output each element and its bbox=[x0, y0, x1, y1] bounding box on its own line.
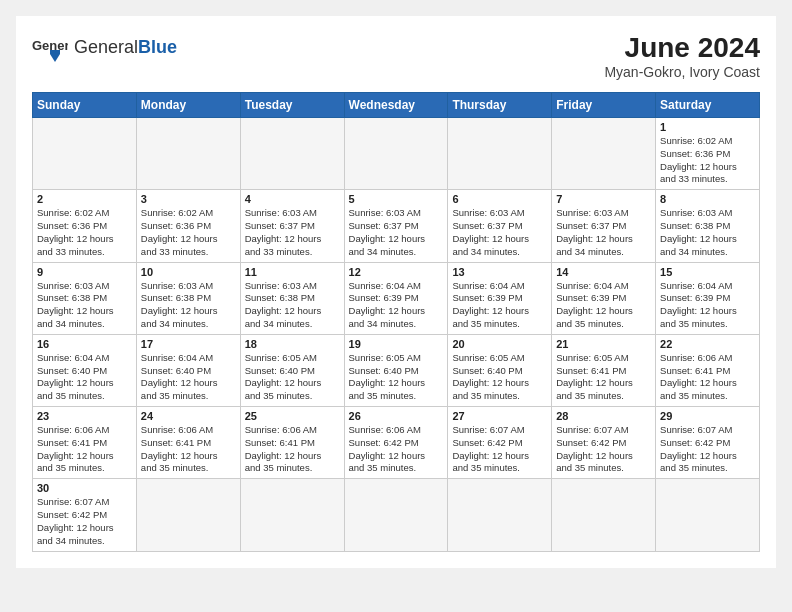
day-number: 23 bbox=[37, 410, 132, 422]
table-row: 28Sunrise: 6:07 AMSunset: 6:42 PMDayligh… bbox=[552, 407, 656, 479]
header: General GeneralBlue June 2024 Myan-Gokro… bbox=[32, 32, 760, 80]
table-row: 12Sunrise: 6:04 AMSunset: 6:39 PMDayligh… bbox=[344, 262, 448, 334]
table-row: 15Sunrise: 6:04 AMSunset: 6:39 PMDayligh… bbox=[656, 262, 760, 334]
calendar-week-row: 2Sunrise: 6:02 AMSunset: 6:36 PMDaylight… bbox=[33, 190, 760, 262]
calendar-title: June 2024 bbox=[604, 32, 760, 64]
table-row bbox=[33, 118, 137, 190]
day-info: Sunrise: 6:04 AMSunset: 6:39 PMDaylight:… bbox=[349, 280, 444, 331]
day-number: 18 bbox=[245, 338, 340, 350]
day-info: Sunrise: 6:02 AMSunset: 6:36 PMDaylight:… bbox=[37, 207, 132, 258]
day-number: 15 bbox=[660, 266, 755, 278]
day-info: Sunrise: 6:07 AMSunset: 6:42 PMDaylight:… bbox=[660, 424, 755, 475]
col-thursday: Thursday bbox=[448, 93, 552, 118]
calendar-week-row: 1Sunrise: 6:02 AMSunset: 6:36 PMDaylight… bbox=[33, 118, 760, 190]
day-number: 28 bbox=[556, 410, 651, 422]
table-row bbox=[552, 479, 656, 551]
day-info: Sunrise: 6:05 AMSunset: 6:40 PMDaylight:… bbox=[452, 352, 547, 403]
day-number: 3 bbox=[141, 193, 236, 205]
table-row: 25Sunrise: 6:06 AMSunset: 6:41 PMDayligh… bbox=[240, 407, 344, 479]
day-info: Sunrise: 6:07 AMSunset: 6:42 PMDaylight:… bbox=[556, 424, 651, 475]
day-number: 6 bbox=[452, 193, 547, 205]
day-number: 8 bbox=[660, 193, 755, 205]
day-info: Sunrise: 6:06 AMSunset: 6:41 PMDaylight:… bbox=[660, 352, 755, 403]
table-row: 5Sunrise: 6:03 AMSunset: 6:37 PMDaylight… bbox=[344, 190, 448, 262]
day-number: 11 bbox=[245, 266, 340, 278]
day-number: 24 bbox=[141, 410, 236, 422]
day-info: Sunrise: 6:05 AMSunset: 6:40 PMDaylight:… bbox=[245, 352, 340, 403]
logo-icon: General bbox=[32, 32, 68, 62]
day-number: 20 bbox=[452, 338, 547, 350]
table-row bbox=[344, 479, 448, 551]
day-number: 17 bbox=[141, 338, 236, 350]
table-row: 19Sunrise: 6:05 AMSunset: 6:40 PMDayligh… bbox=[344, 334, 448, 406]
col-sunday: Sunday bbox=[33, 93, 137, 118]
col-monday: Monday bbox=[136, 93, 240, 118]
table-row: 20Sunrise: 6:05 AMSunset: 6:40 PMDayligh… bbox=[448, 334, 552, 406]
day-info: Sunrise: 6:03 AMSunset: 6:37 PMDaylight:… bbox=[245, 207, 340, 258]
table-row: 30Sunrise: 6:07 AMSunset: 6:42 PMDayligh… bbox=[33, 479, 137, 551]
day-info: Sunrise: 6:04 AMSunset: 6:40 PMDaylight:… bbox=[141, 352, 236, 403]
day-number: 27 bbox=[452, 410, 547, 422]
day-info: Sunrise: 6:03 AMSunset: 6:37 PMDaylight:… bbox=[452, 207, 547, 258]
table-row bbox=[552, 118, 656, 190]
day-number: 12 bbox=[349, 266, 444, 278]
day-number: 5 bbox=[349, 193, 444, 205]
table-row bbox=[344, 118, 448, 190]
table-row: 13Sunrise: 6:04 AMSunset: 6:39 PMDayligh… bbox=[448, 262, 552, 334]
day-number: 30 bbox=[37, 482, 132, 494]
logo-general: General bbox=[74, 37, 138, 57]
table-row: 17Sunrise: 6:04 AMSunset: 6:40 PMDayligh… bbox=[136, 334, 240, 406]
day-number: 7 bbox=[556, 193, 651, 205]
day-info: Sunrise: 6:05 AMSunset: 6:41 PMDaylight:… bbox=[556, 352, 651, 403]
table-row: 9Sunrise: 6:03 AMSunset: 6:38 PMDaylight… bbox=[33, 262, 137, 334]
calendar-table: Sunday Monday Tuesday Wednesday Thursday… bbox=[32, 92, 760, 552]
day-info: Sunrise: 6:04 AMSunset: 6:39 PMDaylight:… bbox=[660, 280, 755, 331]
day-info: Sunrise: 6:07 AMSunset: 6:42 PMDaylight:… bbox=[37, 496, 132, 547]
table-row bbox=[656, 479, 760, 551]
day-number: 19 bbox=[349, 338, 444, 350]
day-info: Sunrise: 6:04 AMSunset: 6:39 PMDaylight:… bbox=[452, 280, 547, 331]
calendar-week-row: 30Sunrise: 6:07 AMSunset: 6:42 PMDayligh… bbox=[33, 479, 760, 551]
title-block: June 2024 Myan-Gokro, Ivory Coast bbox=[604, 32, 760, 80]
calendar-week-row: 23Sunrise: 6:06 AMSunset: 6:41 PMDayligh… bbox=[33, 407, 760, 479]
day-info: Sunrise: 6:06 AMSunset: 6:42 PMDaylight:… bbox=[349, 424, 444, 475]
table-row: 18Sunrise: 6:05 AMSunset: 6:40 PMDayligh… bbox=[240, 334, 344, 406]
table-row: 21Sunrise: 6:05 AMSunset: 6:41 PMDayligh… bbox=[552, 334, 656, 406]
day-info: Sunrise: 6:07 AMSunset: 6:42 PMDaylight:… bbox=[452, 424, 547, 475]
day-info: Sunrise: 6:02 AMSunset: 6:36 PMDaylight:… bbox=[141, 207, 236, 258]
day-number: 25 bbox=[245, 410, 340, 422]
day-info: Sunrise: 6:06 AMSunset: 6:41 PMDaylight:… bbox=[141, 424, 236, 475]
day-info: Sunrise: 6:02 AMSunset: 6:36 PMDaylight:… bbox=[660, 135, 755, 186]
table-row: 22Sunrise: 6:06 AMSunset: 6:41 PMDayligh… bbox=[656, 334, 760, 406]
day-number: 4 bbox=[245, 193, 340, 205]
table-row: 4Sunrise: 6:03 AMSunset: 6:37 PMDaylight… bbox=[240, 190, 344, 262]
day-number: 14 bbox=[556, 266, 651, 278]
day-info: Sunrise: 6:03 AMSunset: 6:37 PMDaylight:… bbox=[556, 207, 651, 258]
table-row: 7Sunrise: 6:03 AMSunset: 6:37 PMDaylight… bbox=[552, 190, 656, 262]
calendar-week-row: 9Sunrise: 6:03 AMSunset: 6:38 PMDaylight… bbox=[33, 262, 760, 334]
day-info: Sunrise: 6:06 AMSunset: 6:41 PMDaylight:… bbox=[37, 424, 132, 475]
table-row bbox=[136, 479, 240, 551]
table-row: 14Sunrise: 6:04 AMSunset: 6:39 PMDayligh… bbox=[552, 262, 656, 334]
calendar-subtitle: Myan-Gokro, Ivory Coast bbox=[604, 64, 760, 80]
table-row: 27Sunrise: 6:07 AMSunset: 6:42 PMDayligh… bbox=[448, 407, 552, 479]
calendar-page: General GeneralBlue June 2024 Myan-Gokro… bbox=[16, 16, 776, 568]
table-row: 24Sunrise: 6:06 AMSunset: 6:41 PMDayligh… bbox=[136, 407, 240, 479]
calendar-week-row: 16Sunrise: 6:04 AMSunset: 6:40 PMDayligh… bbox=[33, 334, 760, 406]
table-row: 11Sunrise: 6:03 AMSunset: 6:38 PMDayligh… bbox=[240, 262, 344, 334]
day-info: Sunrise: 6:03 AMSunset: 6:38 PMDaylight:… bbox=[245, 280, 340, 331]
day-number: 13 bbox=[452, 266, 547, 278]
day-number: 16 bbox=[37, 338, 132, 350]
day-number: 21 bbox=[556, 338, 651, 350]
table-row: 1Sunrise: 6:02 AMSunset: 6:36 PMDaylight… bbox=[656, 118, 760, 190]
table-row bbox=[136, 118, 240, 190]
day-info: Sunrise: 6:03 AMSunset: 6:37 PMDaylight:… bbox=[349, 207, 444, 258]
day-number: 1 bbox=[660, 121, 755, 133]
table-row: 2Sunrise: 6:02 AMSunset: 6:36 PMDaylight… bbox=[33, 190, 137, 262]
day-info: Sunrise: 6:04 AMSunset: 6:40 PMDaylight:… bbox=[37, 352, 132, 403]
day-info: Sunrise: 6:03 AMSunset: 6:38 PMDaylight:… bbox=[37, 280, 132, 331]
svg-rect-2 bbox=[50, 50, 60, 54]
table-row: 29Sunrise: 6:07 AMSunset: 6:42 PMDayligh… bbox=[656, 407, 760, 479]
day-info: Sunrise: 6:06 AMSunset: 6:41 PMDaylight:… bbox=[245, 424, 340, 475]
table-row bbox=[240, 118, 344, 190]
